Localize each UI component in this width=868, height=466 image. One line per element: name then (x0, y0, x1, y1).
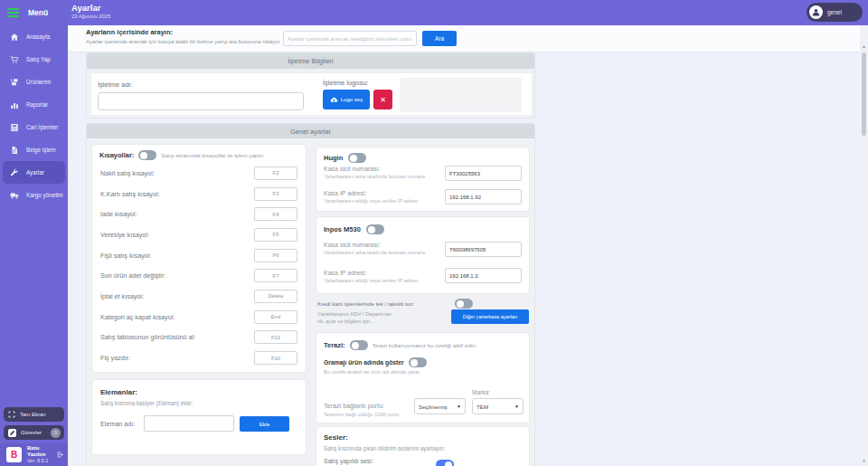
other-register-settings-button[interactable]: Diğer yazarkasa ayarları (451, 309, 529, 324)
shortcuts-caption: Satış ekranında kısayollar ile işlem yap… (161, 152, 264, 158)
creditcard-block: Kredi kartı işlemlerinde tek / taksitli … (316, 298, 530, 332)
hugin-serial-input[interactable] (445, 166, 522, 181)
shortcut-row: Satış tablosunun görüntüsünü al: F12 (92, 328, 306, 348)
logout-icon[interactable] (57, 451, 63, 459)
shortcut-row: Kategori aç kapat kısayol: End (92, 307, 306, 328)
user-avatar-icon (809, 5, 823, 19)
tasks-button[interactable]: Görevler 0 (4, 425, 64, 440)
staff-add-button[interactable]: Ekle (240, 416, 289, 432)
scroll-down-icon[interactable]: ▼ (860, 458, 868, 463)
shortcut-key-input[interactable]: F5 (254, 228, 297, 242)
vertical-scrollbar[interactable]: ▲ ▼ (860, 25, 868, 466)
sidebar-item-cari-islemler[interactable]: Cari İşlemler (3, 116, 65, 138)
scale-toggle[interactable] (350, 340, 368, 350)
wrench-icon (10, 168, 19, 177)
scale-port-caption: Terazinin bağlı olduğu COM portu (324, 412, 399, 417)
creditcard-toggle[interactable] (455, 299, 473, 309)
sidebar-item-belge-islem[interactable]: Belge işlem (3, 138, 65, 161)
shortcut-key-input[interactable]: F7 (254, 269, 297, 282)
shortcuts-title: Kısayollar: (99, 151, 134, 159)
shortcut-label: Nakit satış kısayol: (100, 169, 155, 177)
sidebar-item-satis-yap[interactable]: Satış Yap (3, 48, 65, 71)
topbar: Ayarlar 23 Ağustos 2025 genel (0, 0, 868, 25)
sidebar-item-raporlar[interactable]: Raporlar (3, 93, 65, 116)
shortcut-key-input[interactable]: F2 (254, 166, 297, 180)
shortcut-key-input[interactable]: F10 (254, 351, 297, 365)
settings-search-bar: Ayarların içerisinde arayın: Ayarlar içe… (68, 25, 860, 52)
business-name-input[interactable] (98, 92, 304, 110)
brand-version: Ver. 9.9.2 (27, 458, 52, 463)
scroll-up-icon[interactable]: ▲ (860, 43, 868, 49)
hugin-ip-input[interactable] (445, 189, 522, 204)
fullscreen-label: Tam Ekran (20, 412, 46, 417)
shortcut-rows: Nakit satış kısayol: F2 K.Kartı satış kı… (92, 163, 306, 368)
shortcut-key-input[interactable]: F3 (254, 187, 297, 201)
scale-box: Terazi: Terazi kullanıyorsanız bu özeliğ… (316, 332, 530, 423)
shortcut-row: Nakit satış kısayol: F2 (92, 163, 306, 184)
user-label: genel (827, 9, 842, 15)
sidebar-item-ayarlar[interactable]: Ayarlar (3, 161, 65, 184)
shortcuts-toggle[interactable] (138, 150, 156, 160)
page-date: 23 Ağustos 2025 (71, 14, 110, 19)
inpos-serial-field: Kasa sicil numarası: Yazarkasanın arka t… (324, 242, 425, 255)
scale-gram-toggle[interactable] (409, 357, 427, 367)
logo-select-button[interactable]: Logo seç (323, 90, 370, 109)
shortcut-key-input[interactable]: F12 (254, 330, 297, 344)
sidebar-item-anasayfa[interactable]: Anasayfa (3, 25, 65, 48)
settings-content: Ayarların içerisinde arayın: Ayarlar içe… (68, 25, 868, 466)
scale-brand-select[interactable]: TEM▼ (472, 398, 524, 414)
ledger-icon (10, 123, 19, 132)
hugin-title: Hugin (324, 154, 343, 162)
shortcut-label: Son ürün adet değiştir: (100, 271, 165, 280)
shortcuts-box: Kısayollar: Satış ekranında kısayollar i… (91, 144, 307, 373)
shortcut-row: İptal et kısayol: Delete (92, 286, 306, 307)
staff-caption: Satış kısmına kasiyer (Eleman) ekle: (100, 400, 193, 406)
hugin-toggle[interactable] (348, 153, 366, 163)
tasks-badge: 0 (51, 428, 61, 438)
sounds-first-row-toggle[interactable] (436, 460, 454, 466)
inpos-ip-field: Kasa IP adresi: Yazarkasanın aldığı veya… (324, 270, 418, 283)
inpos-ip-label: Kasa IP adresi: (324, 270, 418, 276)
business-card-header: İşletme Bilgileri (87, 53, 534, 69)
logo-remove-button[interactable]: ✕ (373, 90, 392, 109)
user-menu-button[interactable]: genel (807, 3, 863, 22)
shortcut-label: Fişli satış kısayol: (100, 252, 151, 260)
search-caption: Ayarlar içerisinde aramak için kutuya al… (86, 39, 279, 44)
sidebar-item-kargo-yonetim[interactable]: Kargo yönetim (3, 184, 65, 206)
sidebar: Menü Anasayfa Satış Yap Ürünlerim Raporl… (0, 0, 68, 466)
hugin-ip-caption: Yazarkasanın aldığı veya verilen IP adre… (324, 198, 418, 204)
inpos-ip-caption: Yazarkasanın aldığı veya verilen IP adre… (324, 278, 418, 283)
creditcard-label: Kredi kartı işlemlerinde tek / taksitli … (317, 300, 414, 307)
scrollbar-thumb[interactable] (862, 52, 866, 136)
search-input[interactable] (283, 31, 417, 46)
general-settings-card: Genel ayarlar Kısayollar: Satış ekranınd… (86, 123, 535, 466)
shortcut-key-input[interactable]: F6 (254, 249, 297, 262)
hugin-ip-label: Kasa IP adresi: (324, 190, 418, 196)
inpos-serial-input[interactable] (445, 242, 522, 257)
business-card-body: İşletme adı: İşletme logosu: Logo seç ✕ (90, 72, 533, 116)
shortcut-key-input[interactable]: Delete (254, 290, 297, 303)
shortcut-label: Fiş yazdır: (100, 354, 130, 362)
shortcut-row: K.Kartı satış kısayol: F3 (92, 184, 306, 204)
shortcut-key-input[interactable]: End (254, 310, 297, 324)
home-icon (10, 33, 19, 42)
sidebar-item-urunlerim[interactable]: Ürünlerim (3, 71, 65, 93)
pencil-icon (8, 429, 16, 437)
fullscreen-button[interactable]: Tam Ekran (4, 407, 64, 422)
search-button[interactable]: Ara (422, 31, 457, 46)
inpos-ip-input[interactable] (445, 268, 522, 283)
fullscreen-icon (8, 411, 15, 418)
inpos-toggle[interactable] (366, 224, 384, 234)
sidebar-menu: Anasayfa Satış Yap Ürünlerim Raporlar Ca… (0, 25, 68, 206)
hamburger-menu-icon[interactable] (7, 8, 19, 17)
shortcut-label: K.Kartı satış kısayol: (100, 190, 160, 198)
app-root: Ayarlar 23 Ağustos 2025 genel Menü Anasa… (0, 0, 868, 466)
shortcut-label: Satış tablosunun görüntüsünü al: (100, 333, 195, 341)
shortcut-label: İptal et kısayol: (100, 292, 144, 300)
shortcut-key-input[interactable]: F4 (254, 207, 297, 221)
scale-port-select[interactable]: Seçilmemiş▼ (414, 398, 466, 414)
staff-name-input[interactable] (144, 415, 234, 432)
scale-title: Terazi: (324, 341, 345, 349)
inpos-title: Inpos M530 (324, 225, 361, 233)
chart-icon (10, 100, 19, 109)
